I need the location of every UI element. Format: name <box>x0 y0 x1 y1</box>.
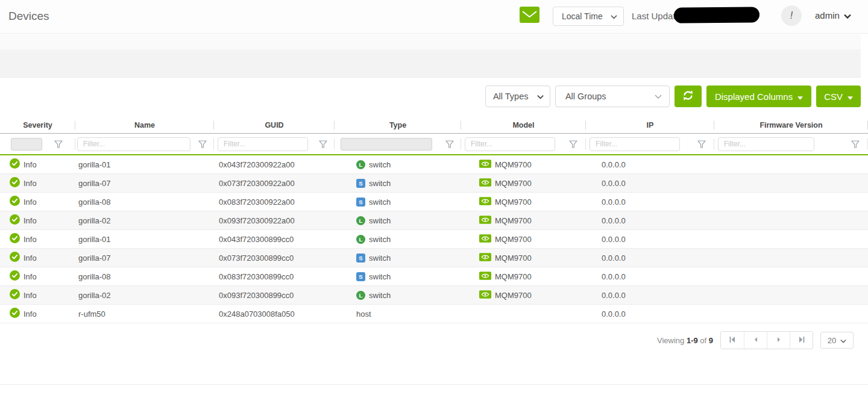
ip-filter-input[interactable] <box>590 137 680 151</box>
type-badge: S <box>356 253 365 263</box>
name-cell: gorilla-07 <box>75 253 214 263</box>
type-filter-cell <box>335 134 461 154</box>
last-page-button[interactable] <box>790 332 813 349</box>
column-header-firmware[interactable]: Firmware Version <box>714 121 868 129</box>
device-guid: 0x093f720300899cc0 <box>219 291 294 300</box>
chevron-down-icon <box>611 11 617 21</box>
groups-filter-select[interactable]: All Groups <box>555 86 670 107</box>
firmware-filter-cell <box>714 134 868 154</box>
table-row[interactable]: Info gorilla-08 0x083f720300899cc0 S swi… <box>0 267 868 286</box>
severity-cell: Info <box>0 270 75 282</box>
severity-label: Info <box>24 198 37 207</box>
column-header-ip[interactable]: IP <box>586 121 714 129</box>
last-update-value-redacted <box>674 7 760 23</box>
device-name: gorilla-07 <box>78 179 110 188</box>
next-page-button[interactable] <box>767 332 790 349</box>
device-type-label: switch <box>369 291 391 300</box>
ip-cell: 0.0.0.0 <box>586 216 714 225</box>
device-type-label: switch <box>369 198 391 207</box>
device-name: gorilla-02 <box>78 216 110 225</box>
device-name: r-ufm50 <box>78 309 105 319</box>
type-badge: L <box>356 160 365 169</box>
csv-export-button[interactable]: CSV <box>816 86 861 107</box>
name-filter-cell <box>75 134 214 154</box>
viewing-of: of <box>700 336 706 345</box>
type-cell: L switch <box>335 291 461 300</box>
model-label: MQM9700 <box>495 235 532 244</box>
type-badge: S <box>356 179 365 188</box>
table-row[interactable]: Info gorilla-02 0x093f720300899cc0 L swi… <box>0 286 868 305</box>
table-row[interactable]: Info gorilla-01 0x043f720300899cc0 L swi… <box>0 230 868 249</box>
types-filter-value: All Types <box>493 92 529 101</box>
severity-label: Info <box>24 291 37 300</box>
column-header-type[interactable]: Type <box>335 121 461 129</box>
filter-funnel-icon[interactable] <box>198 140 207 148</box>
severity-cell: Info <box>0 214 75 226</box>
severity-ok-icon <box>10 158 20 170</box>
column-header-name[interactable]: Name <box>75 121 214 129</box>
device-type-label: switch <box>369 160 391 169</box>
table-row[interactable]: Info r-ufm50 0x248a0703008fa050 host 0.0… <box>0 305 868 323</box>
device-name: gorilla-01 <box>78 160 110 169</box>
guid-cell: 0x073f720300922a00 <box>214 179 335 188</box>
firmware-filter-input[interactable] <box>718 137 814 151</box>
page-size-value: 20 <box>828 336 836 345</box>
timezone-select[interactable]: Local Time <box>553 7 624 26</box>
table-row[interactable]: Info gorilla-07 0x073f720300899cc0 S swi… <box>0 249 868 267</box>
type-badge: L <box>356 291 365 300</box>
filter-funnel-icon[interactable] <box>851 140 860 148</box>
device-guid: 0x043f720300922a00 <box>219 160 295 169</box>
displayed-columns-button[interactable]: Displayed Columns <box>706 86 811 107</box>
prev-page-button[interactable] <box>744 332 767 349</box>
last-update-label: Last Update <box>632 11 681 21</box>
filter-funnel-icon[interactable] <box>569 140 577 148</box>
help-button[interactable]: ! <box>781 5 802 26</box>
type-cell: S switch <box>335 272 461 281</box>
page-size-select[interactable]: 20 <box>820 332 854 349</box>
column-header-model[interactable]: Model <box>461 121 586 129</box>
severity-cell: Info <box>0 233 75 245</box>
user-menu-label: admin <box>815 10 840 20</box>
ip-cell: 0.0.0.0 <box>586 291 714 300</box>
refresh-button[interactable] <box>675 86 702 107</box>
nvidia-logo-icon <box>479 197 491 207</box>
device-ip: 0.0.0.0 <box>602 291 626 300</box>
severity-label: Info <box>24 235 37 244</box>
guid-filter-input[interactable] <box>218 137 308 151</box>
guid-cell: 0x093f720300899cc0 <box>214 291 335 300</box>
type-cell: S switch <box>335 253 461 263</box>
device-type-label: switch <box>369 235 391 244</box>
column-header-severity[interactable]: Severity <box>0 121 75 129</box>
ip-cell: 0.0.0.0 <box>586 179 714 188</box>
model-cell: MQM9700 <box>461 234 586 244</box>
type-filter-select[interactable] <box>341 138 432 151</box>
filter-funnel-icon[interactable] <box>445 140 454 148</box>
column-header-guid[interactable]: GUID <box>214 121 335 129</box>
user-menu[interactable]: admin <box>815 10 851 20</box>
device-ip: 0.0.0.0 <box>602 179 626 188</box>
severity-label: Info <box>24 179 37 188</box>
type-badge: S <box>356 272 365 281</box>
severity-filter-select[interactable] <box>11 138 42 151</box>
name-cell: gorilla-01 <box>75 235 214 244</box>
table-row[interactable]: Info gorilla-01 0x043f720300922a00 L swi… <box>0 155 868 174</box>
mail-button[interactable] <box>520 7 539 25</box>
table-row[interactable]: Info gorilla-02 0x093f720300922a00 L swi… <box>0 211 868 230</box>
model-cell: MQM9700 <box>461 160 586 170</box>
device-guid: 0x073f720300922a00 <box>219 179 295 188</box>
table-row[interactable]: Info gorilla-07 0x073f720300922a00 S swi… <box>0 174 868 193</box>
filter-funnel-icon[interactable] <box>697 140 706 148</box>
table-row[interactable]: Info gorilla-08 0x083f720300922a00 S swi… <box>0 193 868 211</box>
first-page-button[interactable] <box>721 332 744 349</box>
name-filter-input[interactable] <box>77 137 190 151</box>
type-cell: host <box>335 309 461 319</box>
table-filter-row <box>0 134 868 154</box>
filter-funnel-icon[interactable] <box>54 140 63 148</box>
types-filter-select[interactable]: All Types <box>485 86 550 107</box>
model-filter-cell <box>461 134 586 154</box>
name-cell: gorilla-07 <box>75 179 214 188</box>
prev-page-icon <box>751 335 761 346</box>
filter-funnel-icon[interactable] <box>319 140 327 148</box>
model-cell: MQM9700 <box>461 290 586 300</box>
model-filter-input[interactable] <box>465 137 555 151</box>
